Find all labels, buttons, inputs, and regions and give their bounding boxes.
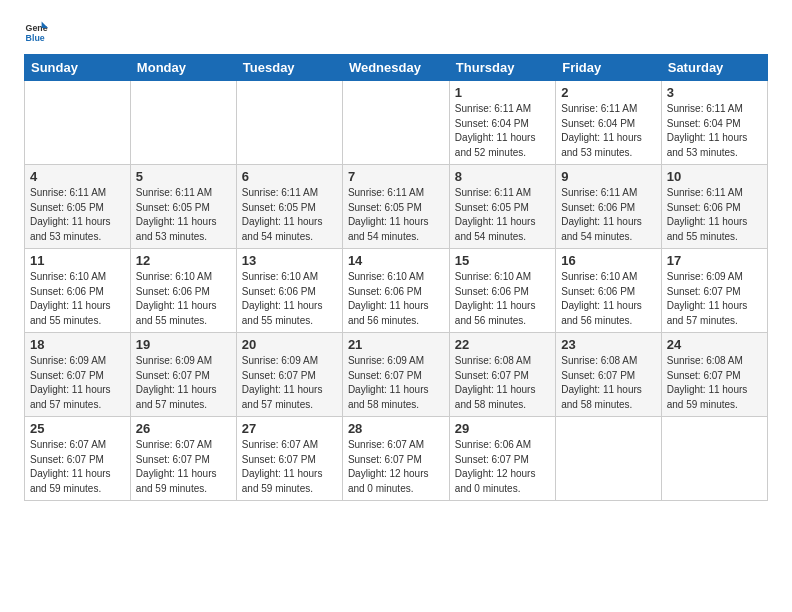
day-info: Sunrise: 6:09 AM Sunset: 6:07 PM Dayligh… [242,354,337,412]
day-number: 5 [136,169,231,184]
day-number: 22 [455,337,550,352]
calendar-day-header: Friday [556,55,662,81]
day-number: 21 [348,337,444,352]
day-info: Sunrise: 6:07 AM Sunset: 6:07 PM Dayligh… [242,438,337,496]
day-number: 24 [667,337,762,352]
calendar-day-cell: 27Sunrise: 6:07 AM Sunset: 6:07 PM Dayli… [236,417,342,501]
calendar-week-row: 11Sunrise: 6:10 AM Sunset: 6:06 PM Dayli… [25,249,768,333]
calendar-day-cell [556,417,662,501]
calendar-day-cell: 29Sunrise: 6:06 AM Sunset: 6:07 PM Dayli… [449,417,555,501]
day-number: 2 [561,85,656,100]
day-number: 27 [242,421,337,436]
day-info: Sunrise: 6:10 AM Sunset: 6:06 PM Dayligh… [242,270,337,328]
calendar-day-cell: 4Sunrise: 6:11 AM Sunset: 6:05 PM Daylig… [25,165,131,249]
day-number: 16 [561,253,656,268]
logo: General Blue [24,20,52,44]
day-info: Sunrise: 6:09 AM Sunset: 6:07 PM Dayligh… [30,354,125,412]
day-info: Sunrise: 6:11 AM Sunset: 6:05 PM Dayligh… [136,186,231,244]
calendar-day-header: Monday [130,55,236,81]
calendar-day-cell: 11Sunrise: 6:10 AM Sunset: 6:06 PM Dayli… [25,249,131,333]
day-number: 26 [136,421,231,436]
day-info: Sunrise: 6:11 AM Sunset: 6:05 PM Dayligh… [348,186,444,244]
calendar-body: 1Sunrise: 6:11 AM Sunset: 6:04 PM Daylig… [25,81,768,501]
day-number: 3 [667,85,762,100]
calendar-day-cell: 2Sunrise: 6:11 AM Sunset: 6:04 PM Daylig… [556,81,662,165]
day-number: 7 [348,169,444,184]
day-info: Sunrise: 6:10 AM Sunset: 6:06 PM Dayligh… [136,270,231,328]
calendar-day-cell: 3Sunrise: 6:11 AM Sunset: 6:04 PM Daylig… [661,81,767,165]
calendar-day-cell: 19Sunrise: 6:09 AM Sunset: 6:07 PM Dayli… [130,333,236,417]
calendar-week-row: 4Sunrise: 6:11 AM Sunset: 6:05 PM Daylig… [25,165,768,249]
day-info: Sunrise: 6:09 AM Sunset: 6:07 PM Dayligh… [667,270,762,328]
page-header: General Blue [24,20,768,44]
calendar-day-cell: 12Sunrise: 6:10 AM Sunset: 6:06 PM Dayli… [130,249,236,333]
day-info: Sunrise: 6:09 AM Sunset: 6:07 PM Dayligh… [136,354,231,412]
day-info: Sunrise: 6:10 AM Sunset: 6:06 PM Dayligh… [561,270,656,328]
day-number: 25 [30,421,125,436]
calendar-day-cell [661,417,767,501]
day-number: 1 [455,85,550,100]
calendar-header-row: SundayMondayTuesdayWednesdayThursdayFrid… [25,55,768,81]
calendar-day-cell: 18Sunrise: 6:09 AM Sunset: 6:07 PM Dayli… [25,333,131,417]
day-info: Sunrise: 6:11 AM Sunset: 6:04 PM Dayligh… [667,102,762,160]
day-info: Sunrise: 6:10 AM Sunset: 6:06 PM Dayligh… [30,270,125,328]
calendar-day-header: Thursday [449,55,555,81]
day-info: Sunrise: 6:11 AM Sunset: 6:05 PM Dayligh… [455,186,550,244]
calendar-day-cell [130,81,236,165]
day-info: Sunrise: 6:08 AM Sunset: 6:07 PM Dayligh… [667,354,762,412]
calendar-day-cell [342,81,449,165]
day-info: Sunrise: 6:11 AM Sunset: 6:05 PM Dayligh… [242,186,337,244]
day-number: 15 [455,253,550,268]
day-info: Sunrise: 6:06 AM Sunset: 6:07 PM Dayligh… [455,438,550,496]
calendar-day-cell: 8Sunrise: 6:11 AM Sunset: 6:05 PM Daylig… [449,165,555,249]
day-number: 10 [667,169,762,184]
day-info: Sunrise: 6:10 AM Sunset: 6:06 PM Dayligh… [348,270,444,328]
calendar-week-row: 1Sunrise: 6:11 AM Sunset: 6:04 PM Daylig… [25,81,768,165]
calendar-day-cell: 16Sunrise: 6:10 AM Sunset: 6:06 PM Dayli… [556,249,662,333]
day-number: 29 [455,421,550,436]
calendar-table: SundayMondayTuesdayWednesdayThursdayFrid… [24,54,768,501]
calendar-day-cell: 24Sunrise: 6:08 AM Sunset: 6:07 PM Dayli… [661,333,767,417]
day-number: 4 [30,169,125,184]
calendar-day-header: Tuesday [236,55,342,81]
calendar-day-cell: 23Sunrise: 6:08 AM Sunset: 6:07 PM Dayli… [556,333,662,417]
day-number: 23 [561,337,656,352]
day-number: 9 [561,169,656,184]
calendar-day-header: Wednesday [342,55,449,81]
day-number: 8 [455,169,550,184]
calendar-day-cell [236,81,342,165]
day-info: Sunrise: 6:11 AM Sunset: 6:06 PM Dayligh… [667,186,762,244]
day-number: 14 [348,253,444,268]
calendar-day-cell: 21Sunrise: 6:09 AM Sunset: 6:07 PM Dayli… [342,333,449,417]
day-number: 11 [30,253,125,268]
calendar-day-cell: 20Sunrise: 6:09 AM Sunset: 6:07 PM Dayli… [236,333,342,417]
day-info: Sunrise: 6:11 AM Sunset: 6:05 PM Dayligh… [30,186,125,244]
calendar-day-cell: 13Sunrise: 6:10 AM Sunset: 6:06 PM Dayli… [236,249,342,333]
calendar-day-cell: 25Sunrise: 6:07 AM Sunset: 6:07 PM Dayli… [25,417,131,501]
day-number: 13 [242,253,337,268]
calendar-day-cell: 17Sunrise: 6:09 AM Sunset: 6:07 PM Dayli… [661,249,767,333]
calendar-day-cell: 5Sunrise: 6:11 AM Sunset: 6:05 PM Daylig… [130,165,236,249]
day-number: 6 [242,169,337,184]
day-number: 28 [348,421,444,436]
day-info: Sunrise: 6:08 AM Sunset: 6:07 PM Dayligh… [455,354,550,412]
day-info: Sunrise: 6:09 AM Sunset: 6:07 PM Dayligh… [348,354,444,412]
day-info: Sunrise: 6:07 AM Sunset: 6:07 PM Dayligh… [136,438,231,496]
calendar-week-row: 18Sunrise: 6:09 AM Sunset: 6:07 PM Dayli… [25,333,768,417]
day-info: Sunrise: 6:11 AM Sunset: 6:06 PM Dayligh… [561,186,656,244]
day-number: 19 [136,337,231,352]
day-info: Sunrise: 6:07 AM Sunset: 6:07 PM Dayligh… [348,438,444,496]
calendar-day-cell: 7Sunrise: 6:11 AM Sunset: 6:05 PM Daylig… [342,165,449,249]
calendar-day-header: Sunday [25,55,131,81]
day-number: 18 [30,337,125,352]
calendar-day-header: Saturday [661,55,767,81]
calendar-day-cell: 22Sunrise: 6:08 AM Sunset: 6:07 PM Dayli… [449,333,555,417]
day-info: Sunrise: 6:11 AM Sunset: 6:04 PM Dayligh… [561,102,656,160]
day-number: 20 [242,337,337,352]
calendar-day-cell: 14Sunrise: 6:10 AM Sunset: 6:06 PM Dayli… [342,249,449,333]
calendar-day-cell: 28Sunrise: 6:07 AM Sunset: 6:07 PM Dayli… [342,417,449,501]
logo-icon: General Blue [24,20,48,44]
calendar-day-cell: 1Sunrise: 6:11 AM Sunset: 6:04 PM Daylig… [449,81,555,165]
day-info: Sunrise: 6:11 AM Sunset: 6:04 PM Dayligh… [455,102,550,160]
calendar-week-row: 25Sunrise: 6:07 AM Sunset: 6:07 PM Dayli… [25,417,768,501]
